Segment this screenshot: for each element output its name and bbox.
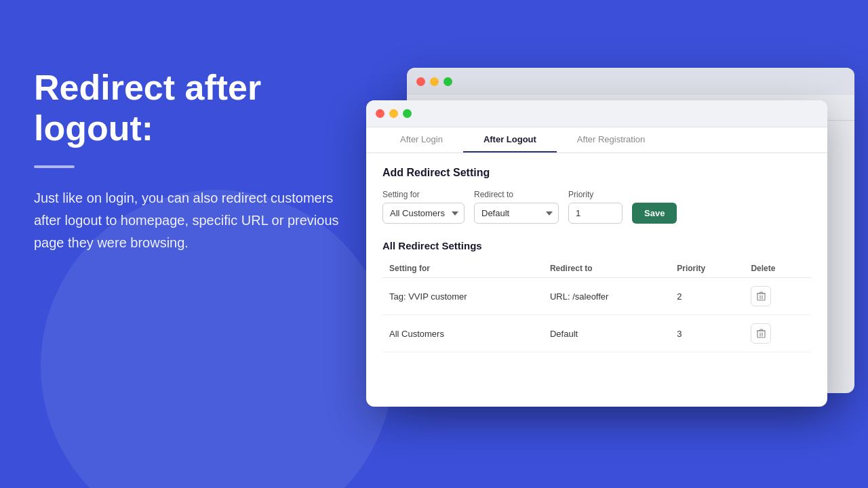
row2-setting-for: All Customers xyxy=(382,315,543,352)
add-redirect-title: Add Redirect Setting xyxy=(382,167,811,179)
delete-row1-button[interactable] xyxy=(751,286,771,306)
all-settings-title: All Redirect Settings xyxy=(382,240,811,251)
window-back-titlebar xyxy=(407,68,854,95)
svg-rect-1 xyxy=(757,331,765,338)
traffic-light-green-back[interactable] xyxy=(443,77,452,86)
redirect-to-label: Redirect to xyxy=(474,190,559,199)
priority-group: Priority xyxy=(568,190,623,224)
redirect-to-group: Redirect to Default Homepage Previous Pa… xyxy=(474,190,559,224)
traffic-light-red-back[interactable] xyxy=(416,77,425,86)
window-front-tabs: After Login After Logout After Registrat… xyxy=(366,127,827,153)
window-content: Add Redirect Setting Setting for All Cus… xyxy=(366,153,827,366)
save-button[interactable]: Save xyxy=(632,203,677,224)
window-front: After Login After Logout After Registrat… xyxy=(366,100,827,407)
add-redirect-form: Setting for All Customers Logged In Gues… xyxy=(382,190,811,224)
window-front-titlebar xyxy=(366,100,827,127)
svg-rect-0 xyxy=(757,293,765,300)
delete-row2-button[interactable] xyxy=(751,323,771,344)
row2-delete-cell xyxy=(744,315,811,352)
traffic-light-green-front[interactable] xyxy=(403,109,412,118)
row1-setting-for: Tag: VVIP customer xyxy=(382,278,543,315)
col-priority: Priority xyxy=(670,260,744,278)
priority-label: Priority xyxy=(568,190,623,199)
row2-redirect-to: Default xyxy=(543,315,670,352)
table-row: All Customers Default 3 xyxy=(382,315,811,352)
trash-icon xyxy=(757,291,766,301)
front-tab-after-login[interactable]: After Login xyxy=(380,127,463,152)
left-panel: Redirect after logout: Just like on logi… xyxy=(34,68,339,254)
traffic-light-red-front[interactable] xyxy=(376,109,384,118)
table-row: Tag: VVIP customer URL: /saleoffer 2 xyxy=(382,278,811,315)
front-tab-after-registration[interactable]: After Registration xyxy=(557,127,665,152)
divider xyxy=(34,165,75,168)
priority-input[interactable] xyxy=(568,203,623,224)
table-header-row: Setting for Redirect to Priority Delete xyxy=(382,260,811,278)
redirect-settings-table: Setting for Redirect to Priority Delete … xyxy=(382,260,811,352)
col-delete: Delete xyxy=(744,260,811,278)
setting-for-label: Setting for xyxy=(382,190,465,199)
setting-for-select[interactable]: All Customers Logged In Guests xyxy=(382,203,465,224)
row1-priority: 2 xyxy=(670,278,744,315)
row2-priority: 3 xyxy=(670,315,744,352)
front-tab-after-logout[interactable]: After Logout xyxy=(463,127,557,152)
trash-icon xyxy=(757,329,766,338)
description: Just like on login, you can also redirec… xyxy=(34,187,339,254)
windows-area: After Login After Logout After Registrat… xyxy=(366,68,854,407)
col-setting-for: Setting for xyxy=(382,260,543,278)
traffic-light-yellow-back[interactable] xyxy=(430,77,439,86)
setting-for-group: Setting for All Customers Logged In Gues… xyxy=(382,190,465,224)
redirect-to-select[interactable]: Default Homepage Previous Page Custom UR… xyxy=(474,203,559,224)
col-redirect-to: Redirect to xyxy=(543,260,670,278)
row1-redirect-to: URL: /saleoffer xyxy=(543,278,670,315)
row1-delete-cell xyxy=(744,278,811,315)
headline: Redirect after logout: xyxy=(34,68,339,149)
traffic-light-yellow-front[interactable] xyxy=(389,109,398,118)
